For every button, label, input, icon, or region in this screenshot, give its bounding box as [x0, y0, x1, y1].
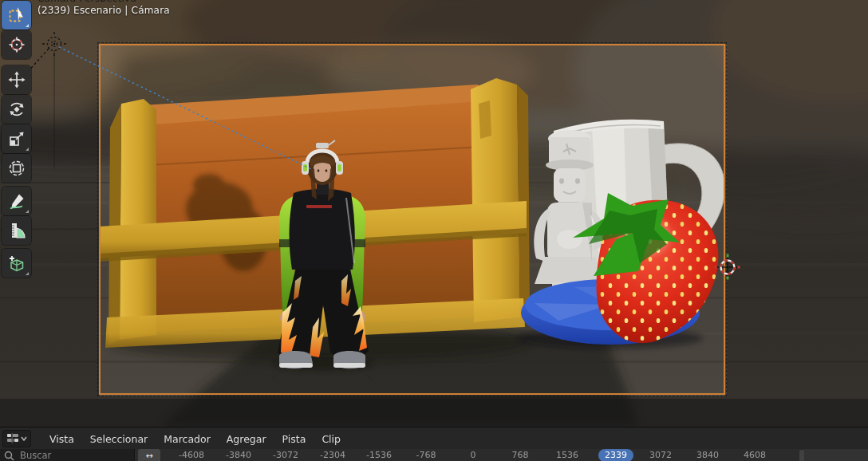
transform-icon	[8, 160, 26, 177]
tick-label: 768	[512, 450, 529, 460]
menu-marcador[interactable]: Marcador	[156, 431, 219, 447]
tool-move-button[interactable]	[2, 65, 31, 94]
tick-label: 1536	[556, 450, 578, 460]
timeline-scrollbar[interactable]	[799, 450, 804, 461]
tool-transform-button[interactable]	[2, 154, 31, 183]
range-arrow-glyph: ↔	[145, 451, 152, 461]
tool-select-box-button[interactable]	[2, 1, 31, 30]
tick-label: -768	[416, 450, 436, 460]
scene-render	[0, 0, 868, 427]
search-icon	[4, 451, 14, 461]
scale-icon	[8, 130, 26, 148]
editor-type-icon	[6, 433, 19, 444]
search-input[interactable]	[18, 449, 125, 461]
tool-scale-button[interactable]	[2, 124, 31, 153]
menu-vista[interactable]: Vista	[41, 431, 82, 447]
frame-range-button[interactable]: ↔	[138, 449, 160, 461]
timeline-ruler[interactable]: ↔ -4608 -3840 -3072 -2304 -1536 -768 0 7…	[0, 449, 868, 461]
annotate-icon	[8, 192, 26, 210]
tool-cursor-button[interactable]	[2, 30, 31, 59]
floor-lower-band	[0, 399, 868, 427]
chevron-down-icon	[21, 436, 27, 441]
editor-type-button[interactable]	[3, 431, 30, 447]
search-field[interactable]	[0, 449, 135, 461]
clip-editor-header: Vista Seleccionar Marcador Agregar Pista…	[0, 428, 868, 449]
tool-rotate-button[interactable]	[2, 95, 31, 124]
tick-label: 0	[471, 450, 476, 460]
viewport-3d[interactable]: Cámara Perspectiva (2339) Escenario | Cá…	[0, 0, 868, 427]
menu-clip[interactable]: Clip	[314, 431, 349, 447]
viewport-overlay-view-name: Cámara Perspectiva	[37, 0, 136, 2]
tick-label: -3840	[226, 450, 251, 460]
rotate-icon	[8, 100, 26, 118]
timeline-out-of-range-area	[804, 449, 868, 461]
tick-label: 4608	[744, 450, 766, 460]
clip-editor-panel: Vista Seleccionar Marcador Agregar Pista…	[0, 427, 868, 461]
tool-add-cube-button[interactable]	[2, 249, 31, 278]
tool-measure-button[interactable]	[2, 216, 31, 245]
cursor-tool-icon	[8, 36, 26, 53]
tick-label: -4608	[179, 450, 204, 460]
menu-pista[interactable]: Pista	[274, 431, 314, 447]
select-box-icon	[8, 6, 26, 24]
tick-label: -3072	[273, 450, 298, 460]
tick-label: -1536	[366, 450, 392, 460]
tick-label: 3840	[696, 450, 719, 460]
menu-agregar[interactable]: Agregar	[219, 431, 274, 447]
current-frame-indicator[interactable]: 2339	[598, 449, 633, 461]
tick-label: -2304	[320, 450, 345, 460]
menu-seleccionar[interactable]: Seleccionar	[82, 431, 156, 447]
measure-icon	[8, 222, 26, 239]
tick-label: 3072	[649, 450, 672, 460]
add-cube-icon	[8, 254, 26, 272]
viewport-overlay-frame-scene-camera: (2339) Escenario | Cámara	[37, 5, 170, 16]
tool-annotate-button[interactable]	[2, 187, 31, 215]
move-icon	[8, 71, 26, 89]
